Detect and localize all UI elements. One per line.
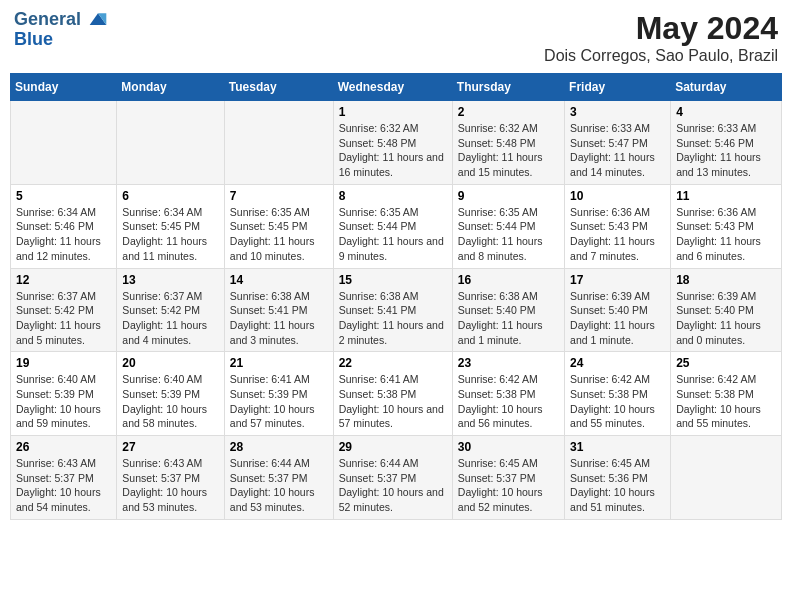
cell-w5-d2: 28Sunrise: 6:44 AM Sunset: 5:37 PM Dayli… xyxy=(224,436,333,520)
day-number: 25 xyxy=(676,356,776,370)
cell-w4-d4: 23Sunrise: 6:42 AM Sunset: 5:38 PM Dayli… xyxy=(452,352,564,436)
day-number: 14 xyxy=(230,273,328,287)
day-number: 21 xyxy=(230,356,328,370)
week-row-2: 5Sunrise: 6:34 AM Sunset: 5:46 PM Daylig… xyxy=(11,184,782,268)
week-row-3: 12Sunrise: 6:37 AM Sunset: 5:42 PM Dayli… xyxy=(11,268,782,352)
day-info: Sunrise: 6:34 AM Sunset: 5:46 PM Dayligh… xyxy=(16,205,111,264)
day-number: 4 xyxy=(676,105,776,119)
cell-w4-d1: 20Sunrise: 6:40 AM Sunset: 5:39 PM Dayli… xyxy=(117,352,224,436)
cell-w5-d6 xyxy=(671,436,782,520)
day-info: Sunrise: 6:34 AM Sunset: 5:45 PM Dayligh… xyxy=(122,205,218,264)
header-friday: Friday xyxy=(565,74,671,101)
day-info: Sunrise: 6:38 AM Sunset: 5:41 PM Dayligh… xyxy=(230,289,328,348)
cell-w3-d6: 18Sunrise: 6:39 AM Sunset: 5:40 PM Dayli… xyxy=(671,268,782,352)
day-info: Sunrise: 6:39 AM Sunset: 5:40 PM Dayligh… xyxy=(570,289,665,348)
day-number: 24 xyxy=(570,356,665,370)
page-header: General Blue May 2024 Dois Corregos, Sao… xyxy=(10,10,782,65)
cell-w1-d4: 2Sunrise: 6:32 AM Sunset: 5:48 PM Daylig… xyxy=(452,101,564,185)
day-number: 11 xyxy=(676,189,776,203)
cell-w5-d1: 27Sunrise: 6:43 AM Sunset: 5:37 PM Dayli… xyxy=(117,436,224,520)
day-number: 16 xyxy=(458,273,559,287)
cell-w5-d5: 31Sunrise: 6:45 AM Sunset: 5:36 PM Dayli… xyxy=(565,436,671,520)
day-info: Sunrise: 6:37 AM Sunset: 5:42 PM Dayligh… xyxy=(122,289,218,348)
day-number: 28 xyxy=(230,440,328,454)
day-info: Sunrise: 6:36 AM Sunset: 5:43 PM Dayligh… xyxy=(676,205,776,264)
day-number: 18 xyxy=(676,273,776,287)
logo-text: General Blue xyxy=(14,10,108,50)
day-number: 27 xyxy=(122,440,218,454)
cell-w2-d2: 7Sunrise: 6:35 AM Sunset: 5:45 PM Daylig… xyxy=(224,184,333,268)
logo: General Blue xyxy=(14,10,108,50)
day-info: Sunrise: 6:36 AM Sunset: 5:43 PM Dayligh… xyxy=(570,205,665,264)
day-number: 26 xyxy=(16,440,111,454)
header-thursday: Thursday xyxy=(452,74,564,101)
day-number: 17 xyxy=(570,273,665,287)
day-number: 31 xyxy=(570,440,665,454)
day-number: 8 xyxy=(339,189,447,203)
day-info: Sunrise: 6:33 AM Sunset: 5:47 PM Dayligh… xyxy=(570,121,665,180)
cell-w3-d4: 16Sunrise: 6:38 AM Sunset: 5:40 PM Dayli… xyxy=(452,268,564,352)
day-number: 3 xyxy=(570,105,665,119)
day-info: Sunrise: 6:41 AM Sunset: 5:38 PM Dayligh… xyxy=(339,372,447,431)
day-info: Sunrise: 6:38 AM Sunset: 5:41 PM Dayligh… xyxy=(339,289,447,348)
day-number: 2 xyxy=(458,105,559,119)
cell-w3-d3: 15Sunrise: 6:38 AM Sunset: 5:41 PM Dayli… xyxy=(333,268,452,352)
cell-w4-d3: 22Sunrise: 6:41 AM Sunset: 5:38 PM Dayli… xyxy=(333,352,452,436)
cell-w1-d2 xyxy=(224,101,333,185)
calendar-body: 1Sunrise: 6:32 AM Sunset: 5:48 PM Daylig… xyxy=(11,101,782,520)
day-info: Sunrise: 6:43 AM Sunset: 5:37 PM Dayligh… xyxy=(122,456,218,515)
day-info: Sunrise: 6:43 AM Sunset: 5:37 PM Dayligh… xyxy=(16,456,111,515)
cell-w3-d5: 17Sunrise: 6:39 AM Sunset: 5:40 PM Dayli… xyxy=(565,268,671,352)
cell-w1-d1 xyxy=(117,101,224,185)
day-info: Sunrise: 6:35 AM Sunset: 5:44 PM Dayligh… xyxy=(339,205,447,264)
header-tuesday: Tuesday xyxy=(224,74,333,101)
day-info: Sunrise: 6:35 AM Sunset: 5:44 PM Dayligh… xyxy=(458,205,559,264)
day-number: 30 xyxy=(458,440,559,454)
day-info: Sunrise: 6:42 AM Sunset: 5:38 PM Dayligh… xyxy=(570,372,665,431)
day-info: Sunrise: 6:37 AM Sunset: 5:42 PM Dayligh… xyxy=(16,289,111,348)
week-row-1: 1Sunrise: 6:32 AM Sunset: 5:48 PM Daylig… xyxy=(11,101,782,185)
day-info: Sunrise: 6:40 AM Sunset: 5:39 PM Dayligh… xyxy=(16,372,111,431)
cell-w5-d3: 29Sunrise: 6:44 AM Sunset: 5:37 PM Dayli… xyxy=(333,436,452,520)
day-info: Sunrise: 6:42 AM Sunset: 5:38 PM Dayligh… xyxy=(458,372,559,431)
cell-w4-d2: 21Sunrise: 6:41 AM Sunset: 5:39 PM Dayli… xyxy=(224,352,333,436)
day-info: Sunrise: 6:32 AM Sunset: 5:48 PM Dayligh… xyxy=(339,121,447,180)
day-info: Sunrise: 6:40 AM Sunset: 5:39 PM Dayligh… xyxy=(122,372,218,431)
day-number: 20 xyxy=(122,356,218,370)
header-monday: Monday xyxy=(117,74,224,101)
subtitle: Dois Corregos, Sao Paulo, Brazil xyxy=(544,47,778,65)
cell-w2-d1: 6Sunrise: 6:34 AM Sunset: 5:45 PM Daylig… xyxy=(117,184,224,268)
day-info: Sunrise: 6:44 AM Sunset: 5:37 PM Dayligh… xyxy=(339,456,447,515)
day-number: 19 xyxy=(16,356,111,370)
cell-w4-d5: 24Sunrise: 6:42 AM Sunset: 5:38 PM Dayli… xyxy=(565,352,671,436)
day-number: 23 xyxy=(458,356,559,370)
day-info: Sunrise: 6:38 AM Sunset: 5:40 PM Dayligh… xyxy=(458,289,559,348)
header-saturday: Saturday xyxy=(671,74,782,101)
cell-w1-d5: 3Sunrise: 6:33 AM Sunset: 5:47 PM Daylig… xyxy=(565,101,671,185)
cell-w2-d0: 5Sunrise: 6:34 AM Sunset: 5:46 PM Daylig… xyxy=(11,184,117,268)
day-number: 12 xyxy=(16,273,111,287)
day-number: 9 xyxy=(458,189,559,203)
day-number: 5 xyxy=(16,189,111,203)
week-row-5: 26Sunrise: 6:43 AM Sunset: 5:37 PM Dayli… xyxy=(11,436,782,520)
day-info: Sunrise: 6:42 AM Sunset: 5:38 PM Dayligh… xyxy=(676,372,776,431)
header-wednesday: Wednesday xyxy=(333,74,452,101)
cell-w4-d6: 25Sunrise: 6:42 AM Sunset: 5:38 PM Dayli… xyxy=(671,352,782,436)
title-block: May 2024 Dois Corregos, Sao Paulo, Brazi… xyxy=(544,10,778,65)
cell-w2-d4: 9Sunrise: 6:35 AM Sunset: 5:44 PM Daylig… xyxy=(452,184,564,268)
day-info: Sunrise: 6:39 AM Sunset: 5:40 PM Dayligh… xyxy=(676,289,776,348)
cell-w3-d2: 14Sunrise: 6:38 AM Sunset: 5:41 PM Dayli… xyxy=(224,268,333,352)
main-title: May 2024 xyxy=(544,10,778,47)
day-number: 29 xyxy=(339,440,447,454)
cell-w5-d0: 26Sunrise: 6:43 AM Sunset: 5:37 PM Dayli… xyxy=(11,436,117,520)
cell-w1-d6: 4Sunrise: 6:33 AM Sunset: 5:46 PM Daylig… xyxy=(671,101,782,185)
cell-w1-d3: 1Sunrise: 6:32 AM Sunset: 5:48 PM Daylig… xyxy=(333,101,452,185)
cell-w2-d5: 10Sunrise: 6:36 AM Sunset: 5:43 PM Dayli… xyxy=(565,184,671,268)
day-info: Sunrise: 6:44 AM Sunset: 5:37 PM Dayligh… xyxy=(230,456,328,515)
cell-w5-d4: 30Sunrise: 6:45 AM Sunset: 5:37 PM Dayli… xyxy=(452,436,564,520)
cell-w1-d0 xyxy=(11,101,117,185)
day-info: Sunrise: 6:45 AM Sunset: 5:37 PM Dayligh… xyxy=(458,456,559,515)
day-info: Sunrise: 6:35 AM Sunset: 5:45 PM Dayligh… xyxy=(230,205,328,264)
header-sunday: Sunday xyxy=(11,74,117,101)
day-info: Sunrise: 6:45 AM Sunset: 5:36 PM Dayligh… xyxy=(570,456,665,515)
